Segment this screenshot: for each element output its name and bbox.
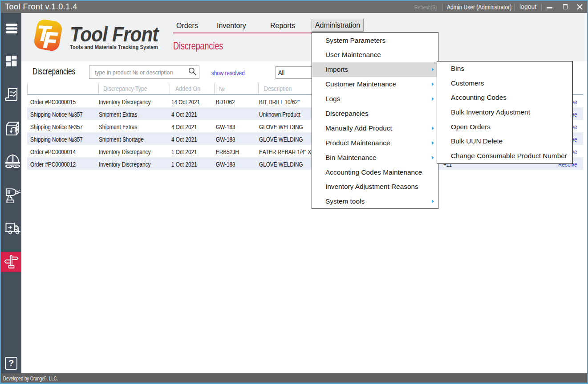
svg-text:F: F <box>43 27 58 52</box>
